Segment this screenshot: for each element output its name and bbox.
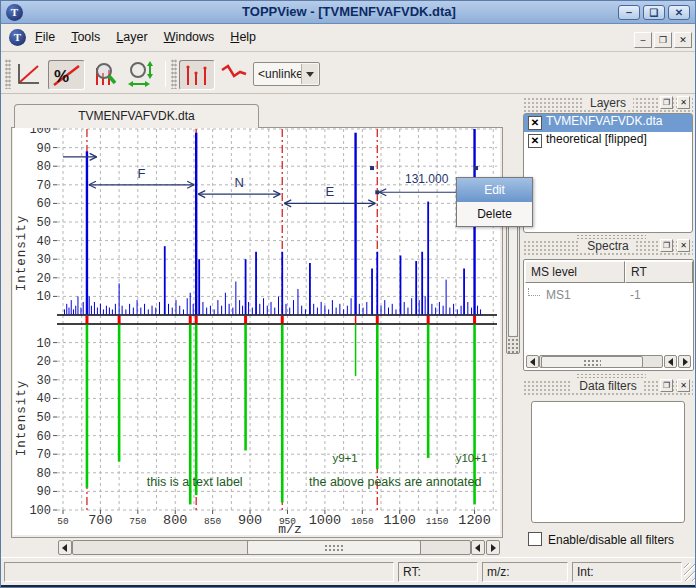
menu-windows[interactable]: Windows	[156, 25, 223, 49]
plot-horizontal-scrollbar[interactable]	[58, 540, 501, 555]
data-filters-list[interactable]	[531, 401, 685, 523]
scroll-left-button[interactable]	[58, 540, 72, 555]
layers-float-button[interactable]: ❐	[660, 96, 673, 109]
svg-text:850: 850	[204, 516, 221, 527]
svg-text:y10+1: y10+1	[456, 452, 488, 464]
spectra-col-ms-level[interactable]: MS level	[525, 261, 625, 283]
svg-text:40: 40	[37, 392, 51, 406]
spectra-scrollbar-thumb[interactable]	[541, 356, 643, 368]
title-bar[interactable]: T TOPPView - [TVMENFVAFVDK.dta] ‒ ❑ ✕	[1, 1, 696, 24]
svg-text:%: %	[54, 67, 69, 86]
combobox-value: <unlinke	[258, 67, 303, 81]
combobox-dropdown-button[interactable]	[301, 64, 318, 84]
svg-text:900: 900	[238, 513, 262, 528]
context-menu-item-edit[interactable]: Edit	[457, 178, 532, 202]
scrollbar-thumb[interactable]	[247, 540, 421, 555]
menu-help[interactable]: Help	[222, 25, 264, 49]
layer-label: TVMENFVAFVDK.dta	[546, 114, 662, 128]
spectra-float-button[interactable]: ❐	[660, 239, 673, 252]
spectra-table: MS level RT MS1 -1	[523, 259, 694, 371]
svg-text:Intensity: Intensity	[15, 380, 29, 457]
spectra-scroll-right-button[interactable]	[678, 355, 691, 368]
layer-label: theoretical [flipped]	[546, 132, 647, 146]
app-icon-small[interactable]: T	[9, 29, 26, 46]
spectra-col-rt[interactable]: RT	[625, 261, 693, 283]
svg-text:1200: 1200	[458, 513, 490, 528]
context-menu: EditDelete	[456, 177, 533, 227]
zoom-fit-icon	[126, 60, 158, 88]
layers-list[interactable]: ✕TVMENFVAFVDK.dta✕theoretical [flipped]	[523, 113, 693, 233]
toolbar-drag-handle[interactable]	[5, 59, 11, 89]
svg-text:40: 40	[37, 235, 51, 249]
layer-row[interactable]: ✕theoretical [flipped]	[524, 132, 692, 150]
menu-file[interactable]: File	[27, 25, 63, 49]
svg-text:1000: 1000	[309, 513, 341, 528]
spectrum-svg: 1010202030304040505060607070808090901001…	[13, 128, 500, 535]
spectra-scrollbar-track[interactable]	[539, 355, 663, 368]
data-filters-close-button[interactable]: ✕	[677, 379, 690, 392]
spectra-row-ms-level[interactable]: MS1	[546, 288, 571, 302]
layer-row[interactable]: ✕TVMENFVAFVDK.dta	[524, 114, 692, 132]
layers-close-button[interactable]: ✕	[677, 96, 690, 109]
enable-filters-label: Enable/disable all filters	[548, 533, 674, 547]
data-filters-dock-title: Data filters	[572, 379, 643, 393]
percentage-mode-button[interactable]: %	[48, 60, 85, 90]
enable-filters-checkbox[interactable]	[528, 532, 542, 546]
peak-mode-button[interactable]	[179, 60, 215, 90]
svg-text:m/z: m/z	[278, 522, 301, 535]
context-menu-item-delete[interactable]: Delete	[457, 202, 532, 226]
svg-text:20: 20	[37, 272, 51, 286]
toolbar-drag-handle-2[interactable]	[171, 59, 177, 89]
mdi-restore-button[interactable]: ❐	[654, 32, 672, 48]
spectra-row-rt[interactable]: -1	[630, 288, 641, 302]
scroll-right-button[interactable]	[486, 540, 500, 555]
svg-text:100: 100	[29, 128, 51, 137]
plot-vertical-scrollbar-thumb[interactable]	[508, 225, 518, 337]
mdi-close-button[interactable]: ✕	[674, 32, 692, 48]
svg-text:70: 70	[37, 448, 51, 462]
svg-text:Intensity: Intensity	[15, 215, 29, 292]
plot-vertical-scrollbar[interactable]	[506, 217, 520, 354]
mdi-minimize-button[interactable]: ‒	[634, 32, 652, 48]
spectra-scroll-left-button-2[interactable]	[664, 355, 677, 368]
zoom-to-data-button[interactable]	[90, 60, 122, 90]
status-message-panel	[4, 562, 394, 582]
zoom-fit-button[interactable]	[126, 60, 158, 90]
triangle-left-icon	[668, 358, 673, 366]
svg-text:1100: 1100	[384, 513, 416, 528]
triangle-left-icon	[530, 358, 535, 366]
menu-layer[interactable]: Layer	[108, 25, 155, 49]
intensity-axis-button[interactable]	[13, 60, 45, 90]
menu-tools[interactable]: Tools	[63, 25, 108, 49]
spectra-close-button[interactable]: ✕	[677, 239, 690, 252]
dock-splitter-2[interactable]	[576, 373, 646, 378]
maximize-button[interactable]: ❑	[643, 5, 665, 20]
svg-text:80: 80	[37, 467, 51, 481]
svg-text:131.000: 131.000	[405, 172, 449, 186]
profile-mode-button[interactable]	[219, 60, 251, 90]
resize-grip[interactable]	[684, 563, 695, 581]
chevron-down-icon	[306, 72, 314, 77]
svg-text:30: 30	[37, 253, 51, 267]
spectra-dock-title: Spectra	[580, 239, 635, 253]
data-filters-float-button[interactable]: ❐	[660, 379, 673, 392]
svg-text:10: 10	[37, 337, 51, 351]
spectrum-plot-canvas[interactable]: 1010202030304040505060607070808090901001…	[13, 128, 500, 535]
tree-branch-icon	[528, 288, 540, 296]
svg-text:10: 10	[37, 290, 51, 304]
minimize-button[interactable]: ‒	[618, 5, 640, 20]
close-button[interactable]: ✕	[668, 5, 690, 20]
link-mode-combobox[interactable]: <unlinke	[253, 62, 320, 86]
layer-visibility-checkbox[interactable]: ✕	[528, 134, 542, 148]
spectra-scroll-left-button[interactable]	[526, 355, 539, 368]
svg-text:100: 100	[29, 504, 51, 518]
layer-visibility-checkbox[interactable]: ✕	[528, 116, 542, 130]
scrollbar-grip	[324, 544, 344, 553]
tab-spectrum-file[interactable]: TVMENFVAFVDK.dta	[14, 104, 259, 128]
window-title: TOPPView - [TVMENFVAFVDK.dta]	[1, 4, 696, 19]
menu-bar: T FileToolsLayerWindowsHelp	[1, 25, 696, 52]
svg-text:N: N	[235, 175, 244, 190]
svg-text:50: 50	[57, 516, 69, 527]
scroll-left-button-2[interactable]	[471, 540, 485, 555]
triangle-right-icon	[683, 358, 688, 366]
